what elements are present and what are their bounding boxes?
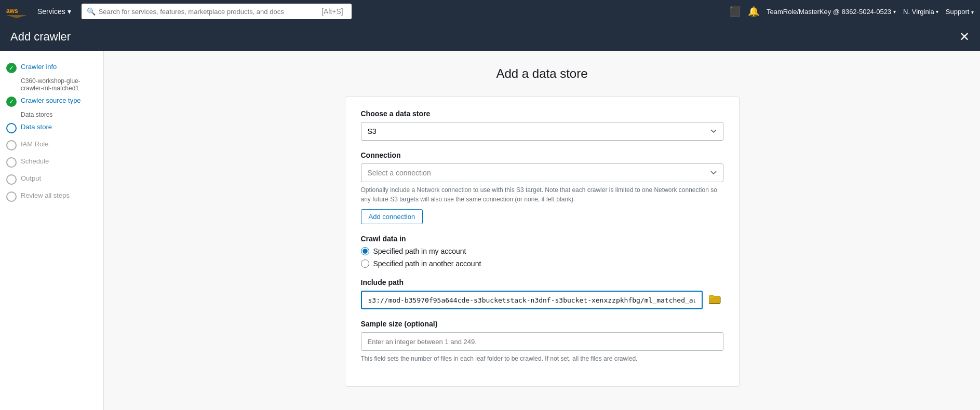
form-title: Add a data store [125, 66, 959, 81]
choose-data-store-section: Choose a data store S3 JDBC DynamoDB Mon… [361, 110, 723, 141]
aws-logo: aws [6, 5, 27, 18]
page-title: Add crawler [10, 30, 71, 44]
form-card: Choose a data store S3 JDBC DynamoDB Mon… [345, 97, 740, 387]
sidebar-item-review-all-steps[interactable]: Review all steps [0, 188, 103, 205]
region-caret: ▾ [936, 9, 938, 15]
step-icon-iam-role [6, 140, 17, 151]
account-label: TeamRole/MasterKey @ 8362-5024-0523 [767, 8, 891, 16]
connection-select-wrapper: Select a connection [361, 163, 723, 182]
sidebar-label-iam-role: IAM Role [21, 140, 48, 149]
sample-size-section: Sample size (optional) This field sets t… [361, 320, 723, 363]
bell-icon[interactable]: 🔔 [748, 6, 759, 17]
cloud-shell-icon[interactable]: ⬛ [729, 6, 741, 17]
choose-data-store-label: Choose a data store [361, 110, 723, 118]
nav-right: ⬛ 🔔 TeamRole/MasterKey @ 8362-5024-0523 … [729, 6, 974, 17]
connection-section: Connection Select a connection Optionall… [361, 151, 723, 224]
services-button[interactable]: Services ▾ [33, 5, 75, 18]
radio-item-my-account[interactable]: Specified path in my account [361, 247, 723, 255]
connection-hint: Optionally include a Network connection … [361, 185, 723, 204]
close-button[interactable]: ✕ [959, 31, 970, 43]
crawl-data-radio-group: Specified path in my account Specified p… [361, 247, 723, 268]
radio-another-account[interactable] [361, 259, 369, 268]
include-path-row [361, 291, 723, 309]
sidebar-item-data-store[interactable]: Data store [0, 119, 103, 136]
step-icon-crawler-source-type: ✓ [6, 97, 17, 107]
sidebar-label-crawler-info: Crawler info [21, 62, 57, 72]
include-path-section: Include path [361, 278, 723, 309]
connection-select[interactable]: Select a connection [361, 163, 723, 182]
support-label: Support [946, 8, 970, 16]
svg-marker-1 [6, 15, 27, 18]
sample-size-label: Sample size (optional) [361, 320, 723, 328]
account-menu[interactable]: TeamRole/MasterKey @ 8362-5024-0523 ▾ [767, 8, 896, 16]
crawl-data-in-section: Crawl data in Specified path in my accou… [361, 235, 723, 268]
sidebar-label-data-store: Data store [21, 122, 52, 132]
include-path-input[interactable] [361, 291, 703, 309]
search-input[interactable] [99, 8, 317, 16]
sidebar-item-crawler-info[interactable]: ✓ Crawler info [0, 59, 103, 76]
step-icon-schedule [6, 157, 17, 168]
services-caret: ▾ [68, 7, 71, 16]
sample-size-input[interactable] [361, 332, 723, 351]
sidebar-label-review-all-steps: Review all steps [21, 191, 70, 200]
top-navigation: aws Services ▾ 🔍 [Alt+S] ⬛ 🔔 TeamRole/Ma… [0, 0, 980, 23]
services-label: Services [37, 7, 65, 16]
include-path-label: Include path [361, 278, 723, 286]
search-icon: 🔍 [87, 7, 96, 16]
page-header: Add crawler ✕ [0, 23, 980, 51]
folder-browse-button[interactable] [707, 292, 723, 309]
crawl-data-in-label: Crawl data in [361, 235, 723, 243]
step-icon-review-all-steps [6, 192, 17, 202]
region-label: N. Virginia [903, 8, 934, 16]
radio-label-another-account: Specified path in another account [373, 259, 481, 268]
svg-rect-4 [709, 296, 720, 303]
svg-text:aws: aws [6, 7, 18, 15]
sidebar-item-iam-role[interactable]: IAM Role [0, 136, 103, 154]
main-content: Add a data store Choose a data store S3 … [104, 51, 980, 410]
choose-data-store-select[interactable]: S3 JDBC DynamoDB MongoDB Kafka [361, 122, 723, 141]
sidebar-sublabel-crawler-info: C360-workshop-glue-crawler-ml-matched1 [0, 76, 103, 93]
sidebar-label-crawler-source-type: Crawler source type [21, 96, 81, 105]
sidebar-sublabel-crawler-source-type: Data stores [0, 110, 103, 119]
step-icon-data-store [6, 123, 17, 133]
radio-label-my-account: Specified path in my account [373, 247, 466, 255]
main-layout: ✓ Crawler info C360-workshop-glue-crawle… [0, 51, 980, 410]
support-menu[interactable]: Support ▾ [946, 8, 974, 16]
region-menu[interactable]: N. Virginia ▾ [903, 8, 938, 16]
radio-item-another-account[interactable]: Specified path in another account [361, 259, 723, 268]
connection-label: Connection [361, 151, 723, 159]
support-caret: ▾ [971, 9, 974, 15]
account-caret: ▾ [893, 9, 896, 15]
sample-size-hint: This field sets the number of files in e… [361, 354, 723, 363]
sidebar: ✓ Crawler info C360-workshop-glue-crawle… [0, 51, 104, 410]
search-bar: 🔍 [Alt+S] [82, 4, 352, 19]
step-icon-crawler-info: ✓ [6, 63, 17, 73]
step-icon-output [6, 174, 17, 185]
sidebar-item-output[interactable]: Output [0, 171, 103, 188]
sidebar-item-schedule[interactable]: Schedule [0, 154, 103, 171]
sidebar-label-output: Output [21, 174, 41, 183]
radio-my-account[interactable] [361, 247, 369, 255]
search-shortcut: [Alt+S] [321, 7, 343, 16]
sidebar-label-schedule: Schedule [21, 157, 49, 166]
sidebar-item-crawler-source-type[interactable]: ✓ Crawler source type [0, 93, 103, 110]
add-connection-button[interactable]: Add connection [361, 209, 423, 224]
